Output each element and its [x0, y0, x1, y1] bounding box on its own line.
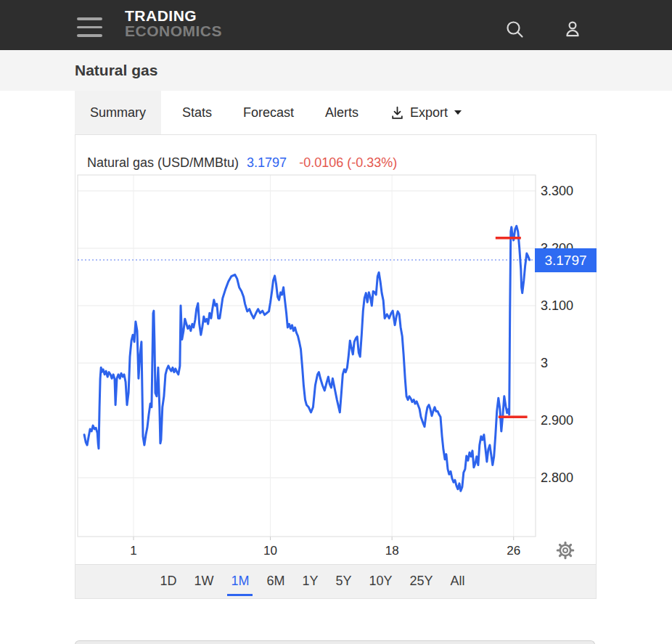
range-selector: 1D 1W 1M 6M 1Y 5Y 10Y 25Y All	[75, 564, 596, 598]
range-5y[interactable]: 5Y	[327, 569, 360, 595]
plot-border	[78, 175, 536, 537]
title-band: Natural gas	[0, 50, 672, 91]
chart-last-price: 3.1797	[247, 155, 287, 170]
x-axis-label: 10	[256, 543, 285, 559]
trading-economics-page: TRADING ECONOMICS Natural gas Summary St…	[0, 0, 672, 644]
export-button[interactable]: Export	[380, 91, 472, 134]
chart-settings-gear-icon[interactable]	[555, 540, 575, 561]
y-axis-label: 2.900	[541, 412, 591, 428]
price-chart[interactable]: Natural gas (USD/MMBtu) 3.1797 -0.0106 (…	[75, 135, 596, 564]
chart-title: Natural gas (USD/MMBtu)	[87, 155, 239, 170]
chevron-down-icon	[454, 110, 462, 115]
x-axis-label: 26	[499, 543, 528, 559]
y-axis-label: 3.100	[541, 298, 591, 314]
tab-stats[interactable]: Stats	[172, 91, 222, 134]
export-label: Export	[410, 105, 448, 121]
range-6m[interactable]: 6M	[258, 569, 293, 595]
chart-change: -0.0106 (-0.33%)	[299, 155, 397, 170]
logo-line-2: ECONOMICS	[125, 23, 222, 40]
range-25y[interactable]: 25Y	[401, 569, 442, 595]
x-axis-label: 18	[377, 543, 406, 559]
tab-alerts[interactable]: Alerts	[315, 91, 369, 134]
tab-summary[interactable]: Summary	[75, 91, 161, 134]
range-1m[interactable]: 1M	[222, 569, 258, 595]
current-price-badge: 3.1797	[535, 248, 597, 272]
chart-card: Natural gas (USD/MMBtu) 3.1797 -0.0106 (…	[75, 134, 597, 599]
user-account-icon[interactable]	[561, 18, 584, 44]
tab-bar: Summary Stats Forecast Alerts Export	[0, 91, 672, 134]
page-title: Natural gas	[75, 62, 157, 79]
tab-forecast[interactable]: Forecast	[233, 91, 304, 134]
range-1y[interactable]: 1Y	[293, 569, 327, 595]
y-axis-label: 3	[541, 355, 591, 371]
y-axis-label: 3.300	[541, 183, 591, 199]
price-line	[84, 226, 530, 491]
next-section-card-top	[75, 640, 595, 644]
x-axis-label: 1	[119, 543, 148, 559]
hamburger-menu-icon[interactable]	[77, 17, 102, 38]
range-10y[interactable]: 10Y	[361, 569, 401, 595]
app-header: TRADING ECONOMICS	[0, 0, 672, 50]
chart-header: Natural gas (USD/MMBtu) 3.1797 -0.0106 (…	[87, 155, 397, 171]
search-icon[interactable]	[504, 19, 527, 45]
y-axis-label: 2.800	[541, 470, 591, 486]
range-1d[interactable]: 1D	[151, 569, 185, 595]
logo[interactable]: TRADING ECONOMICS	[125, 7, 222, 40]
chart-canvas[interactable]	[75, 135, 596, 564]
range-1w[interactable]: 1W	[185, 569, 222, 595]
download-icon	[390, 105, 405, 121]
range-all[interactable]: All	[442, 569, 474, 595]
